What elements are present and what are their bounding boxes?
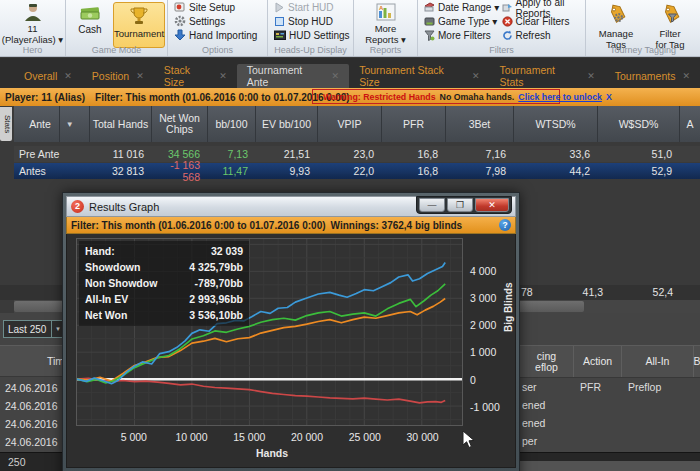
hand-row[interactable]: 24.06.2016 bbox=[0, 415, 66, 433]
date-range-label: Date Range bbox=[438, 2, 491, 13]
svg-text:A: A bbox=[379, 5, 384, 11]
close-button[interactable]: ✕ bbox=[475, 198, 509, 212]
hand-row[interactable]: 24.06.2016 bbox=[0, 379, 66, 397]
table-row-antes-selected[interactable]: Antes 32 813 -1 163 568 11,47 9,93 22,0 … bbox=[14, 163, 700, 179]
ribbon-group-hero: 11 (PlayerAlias) ▾ Hero bbox=[0, 0, 66, 56]
tab-close-icon[interactable]: ✕ bbox=[219, 71, 227, 81]
hand-row-values[interactable]: per bbox=[520, 433, 700, 450]
x-tick: 5 000 bbox=[112, 431, 156, 443]
minimize-button[interactable]: — bbox=[419, 198, 445, 212]
ribbon-group-game-mode: Cash Tournament Game Mode bbox=[66, 0, 168, 56]
column-header[interactable]: EV bb/100 bbox=[256, 106, 318, 142]
hands-count-dropdown[interactable]: Last 250 ▾ bbox=[3, 320, 65, 338]
graph-winnings-text: Winnings: 3762,4 big blinds bbox=[331, 220, 463, 231]
hands-count: 250 bbox=[8, 456, 26, 468]
hud-settings-button[interactable]: HUD Settings bbox=[268, 28, 353, 42]
tab-overall[interactable]: Overall✕ bbox=[14, 64, 82, 88]
column-header-ante[interactable]: Ante▼ bbox=[14, 106, 90, 142]
results-graph-window[interactable]: 2 Results Graph — ❐ ✕ Filter: This month… bbox=[62, 192, 520, 471]
ribbon-group-options: Site Setup Settings Hand Importing Optio… bbox=[168, 0, 268, 56]
x-tick: 15 000 bbox=[227, 431, 271, 443]
cash-icon bbox=[79, 5, 101, 24]
unlock-link[interactable]: Click here to unlock bbox=[518, 92, 602, 102]
more-filters-button[interactable]: More Filters bbox=[418, 28, 500, 42]
refresh-icon bbox=[502, 27, 513, 45]
funnel-icon bbox=[424, 27, 435, 45]
column-header[interactable]: PFR bbox=[382, 106, 446, 142]
tab-tournament-stats[interactable]: Tournament Stats✕ bbox=[490, 64, 605, 88]
tab-tournament-ante[interactable]: Tournament Ante✕ bbox=[237, 64, 349, 88]
tab-tournaments[interactable]: Tournaments✕ bbox=[605, 64, 700, 88]
column-header[interactable]: VPIP bbox=[318, 106, 382, 142]
tab-close-icon[interactable]: ✕ bbox=[136, 71, 144, 81]
group-label-game-mode: Game Mode bbox=[66, 45, 167, 55]
y-axis-label: Big Blinds bbox=[503, 283, 514, 332]
import-arrow-icon bbox=[174, 27, 186, 45]
ribbon-group-filters: Date Range ▾ Game Type ▾ More Filters Ap… bbox=[418, 0, 586, 56]
tab-close-icon[interactable]: ✕ bbox=[682, 71, 690, 81]
graph-filter-bar: Filter: This month (01.06.2016 0:00 to 0… bbox=[66, 217, 516, 234]
stop-hud-label: Stop HUD bbox=[288, 16, 333, 27]
warning-exclamation-icon: ! bbox=[316, 92, 319, 102]
column-header[interactable]: 3Bet bbox=[446, 106, 514, 142]
filter-for-tag-button[interactable]: Filter for Tag bbox=[647, 1, 693, 47]
manage-tags-button[interactable]: Manage Tags bbox=[593, 1, 639, 47]
tab-close-icon[interactable]: ✕ bbox=[64, 71, 72, 81]
ribbon-group-reports: A More Reports ▾ Reports bbox=[354, 0, 418, 56]
group-label-filters: Filters bbox=[418, 45, 585, 55]
tab-tournament-stack-size[interactable]: Tournament Stack Size✕ bbox=[349, 64, 489, 88]
facing-preflop-column-header[interactable]: cingeflop bbox=[520, 346, 574, 377]
tab-position[interactable]: Position✕ bbox=[82, 64, 154, 88]
legend-hand-label: Hand: bbox=[85, 245, 115, 257]
hand-importing-label: Hand Importing bbox=[189, 30, 257, 41]
hand-row-values[interactable]: ened bbox=[520, 397, 700, 414]
warning-close-button[interactable]: X bbox=[606, 92, 612, 102]
start-hud-label: Start HUD bbox=[288, 2, 334, 13]
x-tick: 10 000 bbox=[170, 431, 214, 443]
graph-area: Hand:32 039 Showdown4 325,79bb Non Showd… bbox=[66, 234, 516, 468]
help-icon[interactable]: ? bbox=[499, 219, 511, 231]
y-tick: 1 000 bbox=[470, 346, 514, 358]
trophy-icon bbox=[129, 6, 149, 28]
all-in-column-header[interactable]: All-In bbox=[622, 346, 694, 377]
player-label: Player: 11 (Alias) bbox=[0, 92, 85, 103]
stats-side-tab[interactable]: Stats bbox=[0, 107, 12, 141]
clipped-column-header[interactable]: B bbox=[694, 346, 700, 377]
hand-row-values[interactable]: ser PFR Preflop bbox=[520, 379, 700, 396]
group-label-hero: Hero bbox=[0, 45, 65, 55]
game-type-label: Game Type bbox=[438, 16, 490, 27]
hero-player-button[interactable]: 11 (PlayerAlias) ▾ bbox=[0, 0, 65, 46]
column-header-clipped[interactable]: A bbox=[680, 106, 700, 142]
hud-settings-label: HUD Settings bbox=[289, 30, 350, 41]
maximize-button[interactable]: ❐ bbox=[447, 198, 473, 212]
cash-button[interactable]: Cash bbox=[72, 2, 108, 48]
ribbon-group-tagging: Manage Tags Filter for Tag Tourney Taggi… bbox=[586, 0, 700, 56]
table-row-pre-ante[interactable]: Pre Ante 11 016 34 566 7,13 21,51 23,0 1… bbox=[14, 146, 700, 162]
stats-table: Ante▼ Total Hands Net Won Chips bb/100 E… bbox=[14, 106, 700, 179]
tab-close-icon[interactable]: ✕ bbox=[472, 71, 480, 81]
column-header[interactable]: W$SD% bbox=[598, 106, 680, 142]
window-titlebar[interactable]: 2 Results Graph — ❐ ✕ bbox=[66, 196, 516, 217]
column-header[interactable]: Net Won Chips bbox=[152, 106, 208, 142]
avatar-icon bbox=[23, 3, 43, 23]
stats-table-header: Ante▼ Total Hands Net Won Chips bb/100 E… bbox=[14, 106, 700, 142]
hand-row[interactable]: 24.06.2016 bbox=[0, 397, 66, 415]
chevron-down-icon: ▾ bbox=[401, 34, 406, 45]
hand-row-values[interactable]: ened bbox=[520, 415, 700, 432]
chevron-down-icon: ▾ bbox=[494, 2, 499, 13]
tab-close-icon[interactable]: ✕ bbox=[587, 71, 595, 81]
tag-gear-icon bbox=[605, 4, 627, 28]
tournament-button[interactable]: Tournament bbox=[113, 2, 165, 48]
tab-stack-size[interactable]: Stack Size✕ bbox=[154, 64, 237, 88]
action-column-header[interactable]: Action bbox=[574, 346, 622, 377]
column-header[interactable]: bb/100 bbox=[208, 106, 256, 142]
more-reports-button[interactable]: A More Reports ▾ bbox=[354, 0, 417, 46]
column-header[interactable]: Total Hands bbox=[90, 106, 152, 142]
chevron-down-icon: ▾ bbox=[58, 34, 63, 45]
sort-caret-icon[interactable]: ▼ bbox=[59, 106, 74, 142]
tab-close-icon[interactable]: ✕ bbox=[332, 71, 340, 81]
refresh-button[interactable]: Refresh bbox=[500, 28, 585, 42]
x-tick: 30 000 bbox=[401, 431, 445, 443]
hand-importing-button[interactable]: Hand Importing bbox=[168, 28, 267, 42]
column-header[interactable]: WTSD% bbox=[514, 106, 598, 142]
